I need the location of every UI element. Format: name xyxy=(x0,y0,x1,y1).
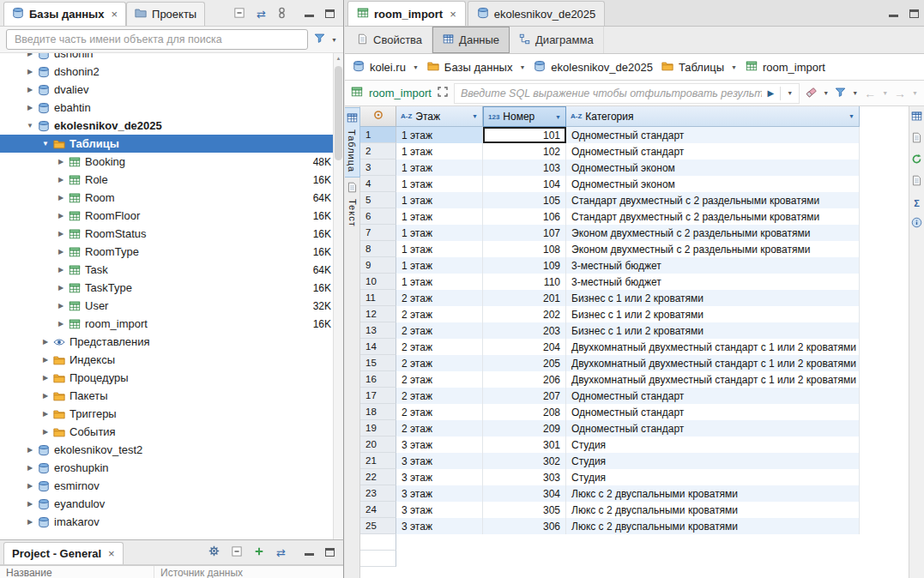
cell-number[interactable]: 201 xyxy=(483,290,566,306)
record-panel-icon[interactable] xyxy=(911,132,922,146)
tree-item-Room[interactable]: ▶Room64K xyxy=(0,189,343,207)
cell-floor[interactable]: 1 этаж xyxy=(396,274,483,290)
tree-item-eroshupkin[interactable]: ▶eroshupkin xyxy=(0,459,343,477)
cell-category[interactable]: Одноместный стандарт xyxy=(566,127,860,143)
clear-filter-icon[interactable] xyxy=(806,87,817,100)
cell-number[interactable]: 206 xyxy=(483,371,566,388)
row-number[interactable]: 21 xyxy=(360,453,396,469)
maximize-icon[interactable] xyxy=(909,9,919,18)
tab-data[interactable]: Данные xyxy=(432,27,510,53)
tree-item-Task[interactable]: ▶Task64K xyxy=(0,261,343,279)
minimize-icon[interactable] xyxy=(305,10,314,17)
editor-tab-ekolesnikov-de2025[interactable]: ekolesnikov_de2025 xyxy=(468,1,606,26)
column-header-number[interactable]: 123 Номер ▼ xyxy=(483,106,566,127)
collapse-arrow-icon[interactable]: ▼ xyxy=(39,140,51,148)
row-number[interactable]: 7 xyxy=(360,225,396,241)
collapse-arrow-icon[interactable]: ▼ xyxy=(24,122,36,129)
cell-number[interactable]: 105 xyxy=(483,192,566,208)
cell-floor[interactable]: 3 этаж xyxy=(396,502,483,518)
minimize-icon[interactable] xyxy=(305,549,314,556)
tree-item-User[interactable]: ▶User32K xyxy=(0,297,343,315)
cell-category[interactable]: Эконом двухместный с 2 раздельными крова… xyxy=(566,225,860,241)
cell-number[interactable]: 205 xyxy=(483,355,566,371)
row-number[interactable]: 2 xyxy=(360,143,396,160)
cell-number[interactable]: 110 xyxy=(483,274,566,290)
expand-arrow-icon[interactable]: ▶ xyxy=(24,68,36,75)
cell-number[interactable]: 305 xyxy=(483,502,566,518)
close-tab-icon[interactable]: × xyxy=(108,547,115,560)
expand-all-icon[interactable] xyxy=(254,546,264,559)
expand-arrow-icon[interactable]: ▶ xyxy=(55,176,67,184)
dropdown-arrow-icon[interactable]: ▼ xyxy=(519,64,525,70)
apply-filter-icon[interactable]: ▶ xyxy=(768,88,775,98)
expand-arrow-icon[interactable]: ▶ xyxy=(39,374,51,382)
row-number[interactable]: 14 xyxy=(360,339,396,355)
cell-category[interactable]: Одноместный стандарт xyxy=(566,404,860,420)
link-with-editor-icon[interactable]: ⇄ xyxy=(257,8,266,21)
cell-floor[interactable]: 1 этаж xyxy=(396,127,483,143)
nav-forward-dropdown-icon[interactable]: ▼ xyxy=(912,90,918,96)
expand-arrow-icon[interactable]: ▶ xyxy=(55,158,67,166)
cell-category[interactable]: Одноместный стандарт xyxy=(566,420,860,437)
cell-floor[interactable]: 2 этаж xyxy=(396,371,483,388)
cell-number[interactable]: 108 xyxy=(483,241,566,257)
cell-category[interactable]: Стандарт двухместный с 2 раздельными кро… xyxy=(566,208,860,225)
row-number[interactable]: 11 xyxy=(360,290,396,306)
tree-item-RoomStatus[interactable]: ▶RoomStatus16K xyxy=(0,225,343,243)
sql-filter-input[interactable]: Введите SQL выражение чтобы отфильтроват… xyxy=(454,83,800,104)
cell-number[interactable]: 106 xyxy=(483,208,566,225)
filters-menu-icon[interactable] xyxy=(835,87,846,100)
tab-properties[interactable]: Свойства xyxy=(347,27,432,53)
cell-number[interactable]: 302 xyxy=(483,453,566,469)
cell-category[interactable]: 3-местный бюджет xyxy=(566,257,860,274)
cell-category[interactable]: Стандарт двухместный с 2 раздельными кро… xyxy=(566,192,860,208)
nav-back-icon[interactable]: ← xyxy=(864,87,876,100)
cell-category[interactable]: Бизнес с 1 или 2 кроватями xyxy=(566,306,860,322)
expand-arrow-icon[interactable]: ▶ xyxy=(24,86,36,93)
tree-item-Процедуры[interactable]: ▶Процедуры xyxy=(0,369,343,387)
cell-category[interactable]: Двухкомнатный двухместный стандарт с 1 и… xyxy=(566,355,860,371)
cell-number[interactable]: 202 xyxy=(483,306,566,322)
column-filter-dropdown-icon[interactable]: ▼ xyxy=(849,113,855,119)
scroll-up-icon[interactable]: ▲ xyxy=(334,53,343,61)
tab-databases[interactable]: Базы данных × xyxy=(3,2,126,26)
tree-item-Booking[interactable]: ▶Booking48K xyxy=(0,153,343,171)
cell-number[interactable]: 303 xyxy=(483,469,566,485)
tab-projects[interactable]: Проекты xyxy=(126,2,205,26)
tab-project-general[interactable]: Project - General × xyxy=(3,542,124,564)
cell-category[interactable]: Двухкомнатный двухместный стандарт с 1 и… xyxy=(566,371,860,388)
project-column-name[interactable]: Название xyxy=(0,566,154,578)
cell-floor[interactable]: 2 этаж xyxy=(396,322,483,339)
expand-arrow-icon[interactable]: ▶ xyxy=(24,53,36,57)
value-panel-icon[interactable] xyxy=(911,175,922,189)
view-options-icon[interactable] xyxy=(278,7,286,21)
row-number[interactable]: 19 xyxy=(360,420,396,437)
row-number[interactable]: 5 xyxy=(360,192,396,208)
expand-arrow-icon[interactable]: ▶ xyxy=(39,410,51,418)
scrollbar-thumb[interactable] xyxy=(335,66,342,160)
cell-floor[interactable]: 1 этаж xyxy=(396,192,483,208)
tree-item-eyandulov[interactable]: ▶eyandulov xyxy=(0,495,343,513)
tree-item-dvaliev[interactable]: ▶dvaliev xyxy=(0,81,343,99)
cell-category[interactable]: Люкс с 2 двуспальными кроватями xyxy=(566,485,860,502)
expand-arrow-icon[interactable]: ▶ xyxy=(55,302,67,310)
row-number[interactable]: 24 xyxy=(360,502,396,518)
link-with-editor-icon[interactable]: ⇄ xyxy=(276,546,286,559)
collapse-all-icon[interactable] xyxy=(234,8,245,21)
maximize-icon[interactable] xyxy=(325,9,335,18)
cell-floor[interactable]: 1 этаж xyxy=(396,176,483,192)
expand-arrow-icon[interactable]: ▶ xyxy=(24,446,36,454)
tree-item-dshonin2[interactable]: ▶dshonin2 xyxy=(0,63,343,81)
row-number[interactable]: 4 xyxy=(360,176,396,192)
cell-category[interactable]: Студия xyxy=(566,453,860,469)
grid-panel-icon[interactable] xyxy=(911,111,922,124)
filter-funnel-icon[interactable] xyxy=(314,33,325,46)
breadcrumb-item-kolei.ru[interactable]: kolei.ru▼ xyxy=(353,60,419,75)
tree-item-Пакеты[interactable]: ▶Пакеты xyxy=(0,387,343,405)
expand-arrow-icon[interactable]: ▶ xyxy=(39,356,51,364)
cell-number[interactable]: 304 xyxy=(483,485,566,502)
row-number[interactable]: 25 xyxy=(360,518,396,534)
row-number[interactable]: 9 xyxy=(360,257,396,274)
cell-floor[interactable]: 3 этаж xyxy=(396,485,483,502)
maximize-icon[interactable] xyxy=(325,548,335,557)
